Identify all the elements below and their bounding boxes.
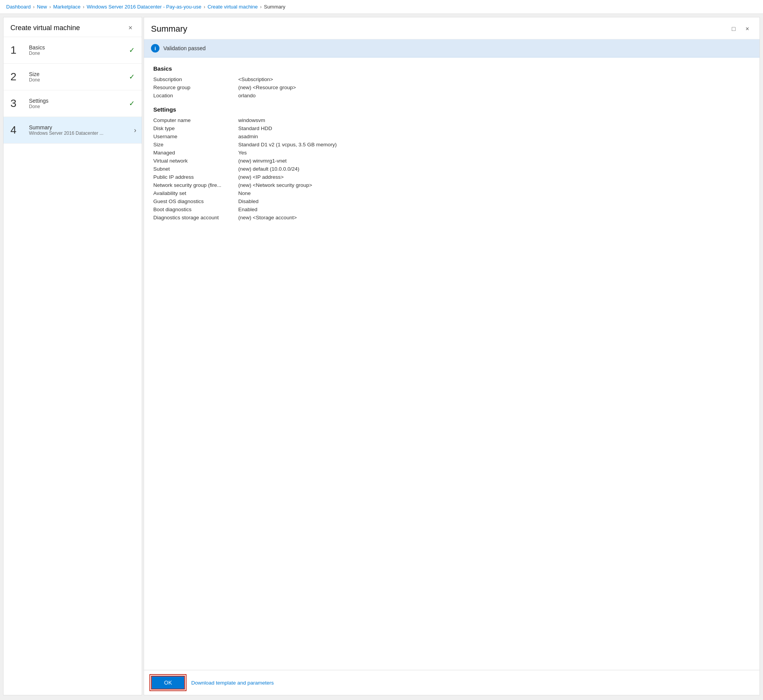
step-4-item[interactable]: 4 Summary Windows Server 2016 Datacenter… bbox=[3, 117, 142, 144]
breadcrumb: Dashboard › New › Marketplace › Windows … bbox=[0, 0, 763, 14]
value-managed: Yes bbox=[238, 150, 247, 156]
settings-section-title: Settings bbox=[153, 106, 750, 113]
step-1-number: 1 bbox=[10, 44, 26, 56]
label-guest-os-diagnostics: Guest OS diagnostics bbox=[153, 198, 238, 204]
right-panel-title: Summary bbox=[151, 24, 187, 34]
value-location: orlando bbox=[238, 93, 256, 98]
value-guest-os-diagnostics: Disabled bbox=[238, 198, 259, 204]
value-public-ip: (new) <IP address> bbox=[238, 174, 284, 180]
row-managed: Managed Yes bbox=[153, 150, 750, 156]
value-subnet: (new) default (10.0.0.0/24) bbox=[238, 166, 299, 172]
step-3-check-icon: ✓ bbox=[129, 99, 135, 108]
breadcrumb-sep-5: › bbox=[260, 4, 261, 10]
left-panel-close-button[interactable]: × bbox=[126, 24, 135, 32]
right-panel-controls: □ × bbox=[728, 24, 753, 34]
breadcrumb-sep-1: › bbox=[33, 4, 35, 10]
step-2-name: Size bbox=[29, 71, 126, 77]
step-2-check-icon: ✓ bbox=[129, 73, 135, 81]
value-username: asadmin bbox=[238, 134, 258, 139]
row-virtual-network: Virtual network (new) winvmrg1-vnet bbox=[153, 158, 750, 164]
right-panel-header: Summary □ × bbox=[144, 17, 760, 39]
left-panel-title: Create virtual machine bbox=[10, 24, 80, 32]
value-boot-diagnostics: Enabled bbox=[238, 207, 258, 212]
step-3-item[interactable]: 3 Settings Done ✓ bbox=[3, 90, 142, 117]
label-availability-set: Availability set bbox=[153, 190, 238, 196]
step-2-item[interactable]: 2 Size Done ✓ bbox=[3, 64, 142, 90]
row-computer-name: Computer name windowsvm bbox=[153, 117, 750, 123]
breadcrumb-marketplace[interactable]: Marketplace bbox=[53, 4, 81, 10]
summary-content: Basics Subscription <Subscription> Resou… bbox=[144, 58, 760, 670]
row-guest-os-diagnostics: Guest OS diagnostics Disabled bbox=[153, 198, 750, 204]
value-virtual-network: (new) winvmrg1-vnet bbox=[238, 158, 287, 164]
label-virtual-network: Virtual network bbox=[153, 158, 238, 164]
right-panel: Summary □ × i Validation passed Basics S… bbox=[144, 17, 760, 695]
label-diag-storage: Diagnostics storage account bbox=[153, 215, 238, 220]
step-2-status: Done bbox=[29, 77, 126, 83]
label-computer-name: Computer name bbox=[153, 117, 238, 123]
row-availability-set: Availability set None bbox=[153, 190, 750, 196]
row-username: Username asadmin bbox=[153, 134, 750, 139]
breadcrumb-dashboard[interactable]: Dashboard bbox=[6, 4, 31, 10]
breadcrumb-sep-2: › bbox=[49, 4, 51, 10]
main-container: Create virtual machine × 1 Basics Done ✓… bbox=[0, 14, 763, 698]
settings-section: Settings Computer name windowsvm Disk ty… bbox=[153, 106, 750, 220]
bottom-bar: OK Download template and parameters bbox=[144, 670, 760, 695]
row-nsg: Network security group (fire... (new) <N… bbox=[153, 182, 750, 188]
breadcrumb-product[interactable]: Windows Server 2016 Datacenter - Pay-as-… bbox=[86, 4, 201, 10]
label-managed: Managed bbox=[153, 150, 238, 156]
step-1-status: Done bbox=[29, 51, 126, 56]
breadcrumb-sep-3: › bbox=[83, 4, 84, 10]
validation-banner: i Validation passed bbox=[144, 39, 760, 58]
row-public-ip: Public IP address (new) <IP address> bbox=[153, 174, 750, 180]
row-location: Location orlando bbox=[153, 93, 750, 98]
label-subscription: Subscription bbox=[153, 76, 238, 82]
value-subscription: <Subscription> bbox=[238, 76, 273, 82]
breadcrumb-create-vm[interactable]: Create virtual machine bbox=[207, 4, 258, 10]
right-panel-close-button[interactable]: × bbox=[742, 24, 753, 34]
step-3-status: Done bbox=[29, 104, 126, 109]
row-subnet: Subnet (new) default (10.0.0.0/24) bbox=[153, 166, 750, 172]
row-disk-type: Disk type Standard HDD bbox=[153, 125, 750, 131]
label-boot-diagnostics: Boot diagnostics bbox=[153, 207, 238, 212]
ok-button[interactable]: OK bbox=[151, 676, 185, 690]
validation-text: Validation passed bbox=[163, 45, 205, 51]
validation-info-icon: i bbox=[151, 44, 159, 53]
value-availability-set: None bbox=[238, 190, 251, 196]
value-diag-storage: (new) <Storage account> bbox=[238, 215, 297, 220]
left-panel: Create virtual machine × 1 Basics Done ✓… bbox=[3, 17, 142, 695]
breadcrumb-new[interactable]: New bbox=[37, 4, 47, 10]
step-3-number: 3 bbox=[10, 97, 26, 110]
maximize-button[interactable]: □ bbox=[728, 24, 739, 34]
step-4-number: 4 bbox=[10, 124, 26, 136]
label-subnet: Subnet bbox=[153, 166, 238, 172]
label-location: Location bbox=[153, 93, 238, 98]
label-public-ip: Public IP address bbox=[153, 174, 238, 180]
step-1-check-icon: ✓ bbox=[129, 46, 135, 54]
step-4-info: Summary Windows Server 2016 Datacenter .… bbox=[29, 124, 135, 136]
step-1-item[interactable]: 1 Basics Done ✓ bbox=[3, 37, 142, 64]
steps-list: 1 Basics Done ✓ 2 Size Done ✓ 3 bbox=[3, 37, 142, 695]
download-template-link[interactable]: Download template and parameters bbox=[191, 680, 274, 686]
basics-section-title: Basics bbox=[153, 65, 750, 72]
value-nsg: (new) <Network security group> bbox=[238, 182, 312, 188]
label-resource-group: Resource group bbox=[153, 85, 238, 90]
row-diag-storage: Diagnostics storage account (new) <Stora… bbox=[153, 215, 750, 220]
step-4-status: Windows Server 2016 Datacenter ... bbox=[29, 131, 135, 136]
step-4-name: Summary bbox=[29, 124, 135, 131]
step-2-number: 2 bbox=[10, 71, 26, 83]
breadcrumb-summary: Summary bbox=[264, 4, 285, 10]
step-1-name: Basics bbox=[29, 44, 126, 51]
step-1-info: Basics Done bbox=[29, 44, 126, 56]
label-disk-type: Disk type bbox=[153, 125, 238, 131]
label-size: Size bbox=[153, 142, 238, 147]
step-3-name: Settings bbox=[29, 98, 126, 104]
value-size: Standard D1 v2 (1 vcpus, 3.5 GB memory) bbox=[238, 142, 337, 147]
value-resource-group: (new) <Resource group> bbox=[238, 85, 296, 90]
row-resource-group: Resource group (new) <Resource group> bbox=[153, 85, 750, 90]
label-nsg: Network security group (fire... bbox=[153, 182, 238, 188]
step-3-info: Settings Done bbox=[29, 98, 126, 109]
value-computer-name: windowsvm bbox=[238, 117, 265, 123]
label-username: Username bbox=[153, 134, 238, 139]
breadcrumb-sep-4: › bbox=[203, 4, 205, 10]
step-2-info: Size Done bbox=[29, 71, 126, 83]
